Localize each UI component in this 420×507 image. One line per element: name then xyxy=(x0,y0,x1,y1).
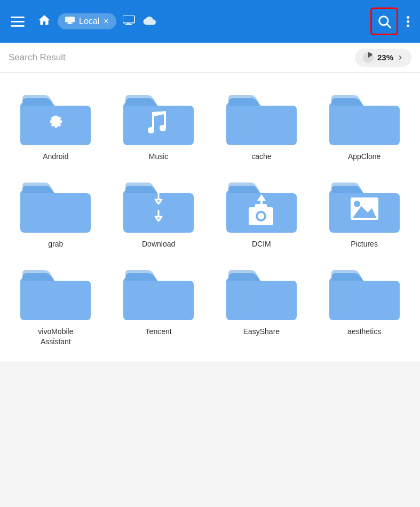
local-tab[interactable]: Local × xyxy=(58,13,116,29)
folder-icon-dcim xyxy=(224,175,299,236)
search-result-label: Search Result xyxy=(9,52,355,63)
folder-icon-cache xyxy=(224,88,299,148)
folder-icon-aesthetics xyxy=(327,263,402,323)
folder-icon-download xyxy=(121,175,196,236)
svg-rect-2 xyxy=(67,23,73,24)
screen-tab-icon xyxy=(65,17,75,26)
folder-icon-tencent xyxy=(121,263,196,323)
folder-label-easyshare: EasyShare xyxy=(243,327,280,336)
folder-item-dcim[interactable]: DCIM xyxy=(211,171,312,253)
folder-item-pictures[interactable]: Pictures xyxy=(314,171,415,253)
svg-rect-14 xyxy=(255,204,267,209)
folder-icon-android xyxy=(18,88,93,148)
folder-icon-vivomobile xyxy=(18,263,93,323)
folder-icon-pictures xyxy=(327,175,402,236)
svg-rect-0 xyxy=(65,17,75,22)
folder-item-vivomobile[interactable]: vivoMobile Assistant xyxy=(5,258,106,350)
folder-icon-easyshare xyxy=(224,263,299,323)
tab-label: Local xyxy=(79,17,99,26)
folder-item-music[interactable]: Music xyxy=(108,83,209,165)
svg-rect-5 xyxy=(125,24,132,25)
folder-icon-music xyxy=(121,88,196,148)
folder-icon-grab xyxy=(18,175,93,236)
folder-item-grab[interactable]: grab xyxy=(5,171,106,253)
second-screen-icon[interactable] xyxy=(123,15,136,27)
folder-item-easyshare[interactable]: EasyShare xyxy=(211,258,312,350)
folder-item-cache[interactable]: cache xyxy=(211,83,312,165)
app-header: Local × xyxy=(0,0,420,43)
folder-item-download[interactable]: Download xyxy=(108,171,209,253)
folder-label-vivomobile: vivoMobile Assistant xyxy=(38,327,73,346)
folder-item-aesthetics[interactable]: aesthetics xyxy=(314,258,415,350)
folder-label-grab: grab xyxy=(48,239,63,249)
folder-label-download: Download xyxy=(142,239,175,249)
folder-label-cache: cache xyxy=(251,152,271,161)
cloud-icon[interactable] xyxy=(142,15,156,27)
svg-rect-3 xyxy=(123,15,134,23)
folder-icon-appclone xyxy=(327,88,402,148)
folder-label-music: Music xyxy=(149,152,169,161)
folder-item-android[interactable]: Android xyxy=(5,83,106,165)
tab-close-button[interactable]: × xyxy=(104,17,108,26)
svg-rect-4 xyxy=(127,23,130,24)
folder-label-pictures: Pictures xyxy=(351,239,378,249)
folder-label-dcim: DCIM xyxy=(252,239,271,249)
svg-rect-1 xyxy=(68,22,72,23)
folder-label-tencent: Tencent xyxy=(146,327,172,336)
storage-pie-icon xyxy=(362,52,374,64)
home-icon[interactable] xyxy=(37,13,51,29)
storage-badge[interactable]: 23% xyxy=(355,49,411,67)
folder-label-aesthetics: aesthetics xyxy=(347,327,381,336)
svg-point-17 xyxy=(354,201,360,207)
more-options-button[interactable] xyxy=(405,16,411,27)
folder-grid: Android Music cache AppClone grab xyxy=(0,73,420,361)
storage-percent: 23% xyxy=(377,53,393,62)
svg-point-13 xyxy=(258,213,264,219)
subheader-bar: Search Result 23% xyxy=(0,43,420,73)
hamburger-menu-button[interactable] xyxy=(9,14,27,29)
folder-label-android: Android xyxy=(43,152,68,161)
folder-label-appclone: AppClone xyxy=(348,152,381,161)
folder-item-appclone[interactable]: AppClone xyxy=(314,83,415,165)
search-button[interactable] xyxy=(370,7,398,35)
svg-line-7 xyxy=(387,24,390,27)
folder-item-tencent[interactable]: Tencent xyxy=(108,258,209,350)
chevron-right-icon xyxy=(397,54,404,61)
